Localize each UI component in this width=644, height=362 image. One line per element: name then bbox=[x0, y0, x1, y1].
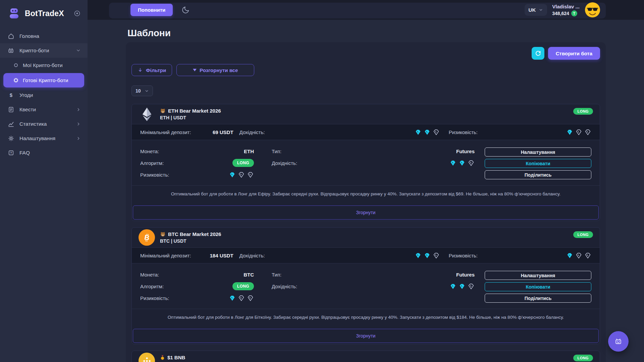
sidebar-collapse-icon[interactable] bbox=[73, 10, 81, 17]
medal-icon bbox=[160, 355, 165, 360]
triangle-down-icon bbox=[193, 69, 197, 71]
sunglasses-emoji-icon bbox=[585, 2, 600, 18]
dark-mode-moon-icon[interactable] bbox=[181, 6, 190, 14]
algorithm-badge: LONG bbox=[232, 282, 254, 290]
share-button[interactable]: Поділитись bbox=[485, 294, 591, 303]
share-button[interactable]: Поділитись bbox=[485, 170, 591, 179]
settings-button[interactable]: Налаштування bbox=[485, 271, 591, 280]
faq-document-icon: ? bbox=[7, 149, 14, 156]
user-menu[interactable]: Vladislav ... 348,624 T bbox=[552, 4, 580, 16]
language-label: UK bbox=[529, 7, 536, 13]
bot-card-btc: B bbox=[131, 227, 600, 344]
robot-icon bbox=[7, 47, 14, 54]
risk-gems bbox=[566, 252, 591, 259]
chevron-down-icon bbox=[539, 8, 543, 12]
brand-name: BotTradeX bbox=[25, 9, 69, 18]
bot-cards-list: ETH Bear Market 2026 ETH | USDT LONG Мін… bbox=[131, 104, 600, 362]
page-title: Шаблони bbox=[127, 28, 606, 39]
profit-gems bbox=[415, 252, 440, 259]
bot-pair: ETH | USDT bbox=[160, 115, 221, 120]
coin-label: Монета: bbox=[140, 272, 159, 278]
bot-assistant-fab[interactable] bbox=[608, 331, 629, 352]
sidebar-item-statistics[interactable]: Статистика bbox=[0, 117, 88, 131]
bot-card-header[interactable]: ETH Bear Market 2026 ETH | USDT LONG bbox=[132, 104, 600, 124]
sidebar-item-label: Мої Крипто-боти bbox=[23, 62, 63, 68]
gear-icon bbox=[7, 135, 14, 142]
bot-description: Оптимальний бот для роботи в Лонг для Бі… bbox=[132, 309, 600, 326]
sidebar-item-settings[interactable]: Налаштування bbox=[0, 131, 88, 145]
sidebar-item-deals[interactable]: $ Угоди bbox=[0, 88, 88, 102]
sidebar-item-label: Готові Крипто-боти bbox=[23, 77, 68, 83]
page-size-value: 10 bbox=[136, 88, 141, 94]
chevron-right-icon bbox=[76, 136, 81, 141]
copy-button[interactable]: Копіювати bbox=[485, 159, 591, 168]
bnb-icon bbox=[139, 353, 155, 362]
bot-name: BTC Bear Market 2026 bbox=[168, 231, 221, 237]
bot-details: Монета:ETH Алгоритм:LONG Ризиковість: Ти… bbox=[132, 140, 600, 185]
algo-label: Алгоритм: bbox=[140, 284, 164, 289]
collapse-button[interactable]: Згорнути bbox=[133, 329, 599, 343]
expand-all-label: Розгорнути все bbox=[200, 67, 238, 73]
chevron-down-icon bbox=[76, 48, 81, 53]
bot-card-header[interactable]: B bbox=[132, 228, 600, 247]
bullet-circle-icon bbox=[14, 78, 18, 82]
min-deposit-value: 69 USDT bbox=[193, 129, 233, 135]
arrow-down-icon bbox=[138, 67, 143, 73]
filters-label: Фільтри bbox=[146, 67, 166, 73]
bottradex-logo-robot-icon bbox=[7, 7, 21, 20]
sidebar-item-crypto-bots[interactable]: Крипто-боти bbox=[0, 43, 88, 58]
profit-label: Дохідність: bbox=[239, 129, 265, 135]
profit-label: Дохідність: bbox=[239, 253, 265, 258]
sidebar-item-quests[interactable]: Квести bbox=[0, 102, 88, 117]
main-content: Шаблони Створити бота Фільтри Розгорнути… bbox=[88, 20, 644, 362]
type-label: Тип: bbox=[272, 148, 281, 154]
sidebar-item-faq[interactable]: ? FAQ bbox=[0, 145, 88, 160]
bot-card-header[interactable]: $1 BNB BNB | USDT LONG bbox=[132, 351, 600, 362]
profit-gems bbox=[449, 160, 475, 167]
copy-button[interactable]: Копіювати bbox=[485, 282, 591, 291]
min-deposit-label: Мінімальний депозит: bbox=[140, 253, 191, 258]
avatar[interactable] bbox=[585, 2, 600, 18]
robot-icon bbox=[614, 337, 623, 346]
topbar: Поповнити UK Vladislav ... 348,624 T bbox=[88, 0, 644, 20]
expand-all-button[interactable]: Розгорнути все bbox=[176, 64, 254, 76]
sidebar-item-label: FAQ bbox=[19, 150, 30, 156]
bear-icon bbox=[160, 108, 166, 114]
bear-icon bbox=[160, 231, 166, 237]
bot-card-eth: ETH Bear Market 2026 ETH | USDT LONG Мін… bbox=[131, 104, 600, 221]
coin-label: Монета: bbox=[140, 148, 159, 154]
chevron-down-icon bbox=[145, 89, 149, 93]
profit-label: Дохідність: bbox=[272, 160, 297, 166]
page-size-select[interactable]: 10 bbox=[131, 85, 153, 96]
profit-label: Дохідність: bbox=[272, 284, 297, 289]
refresh-icon bbox=[535, 50, 541, 57]
user-name: Vladislav ... bbox=[552, 4, 580, 9]
create-bot-button[interactable]: Створити бота bbox=[548, 47, 600, 60]
bot-summary-row: Мінімальний депозит: 69 USDT Дохідність:… bbox=[132, 124, 600, 140]
long-badge: LONG bbox=[573, 355, 593, 361]
chart-icon bbox=[7, 120, 14, 127]
user-balance: 348,624 T bbox=[552, 10, 580, 16]
sidebar-item-label: Статистика bbox=[19, 121, 47, 127]
scroll-icon bbox=[7, 106, 14, 113]
bot-card-bnb: $1 BNB BNB | USDT LONG bbox=[131, 351, 600, 362]
settings-button[interactable]: Налаштування bbox=[485, 147, 591, 157]
sidebar-item-home[interactable]: Головна bbox=[0, 29, 88, 43]
language-selector[interactable]: UK bbox=[525, 4, 547, 16]
long-badge: LONG bbox=[573, 231, 593, 238]
sidebar-item-ready-crypto-bots[interactable]: Готові Крипто-боти bbox=[3, 73, 84, 87]
balance-value: 348,624 bbox=[552, 11, 569, 16]
deposit-button[interactable]: Поповнити bbox=[130, 4, 173, 16]
sidebar-item-my-crypto-bots[interactable]: Мої Крипто-боти bbox=[0, 58, 88, 73]
collapse-button[interactable]: Згорнути bbox=[133, 205, 599, 220]
coin-value: BTC bbox=[244, 272, 254, 278]
bullet-circle-icon bbox=[14, 63, 18, 67]
bot-name: ETH Bear Market 2026 bbox=[168, 108, 221, 114]
sidebar: BotTradeX Головна Крип bbox=[0, 0, 88, 362]
bot-details: Монета:BTC Алгоритм:LONG Ризиковість: Ти… bbox=[132, 263, 600, 309]
algorithm-badge: LONG bbox=[232, 159, 254, 167]
svg-text:$: $ bbox=[9, 92, 12, 98]
filters-button[interactable]: Фільтри bbox=[131, 64, 172, 76]
bot-summary-row: Мінімальний депозит: 184 USDT Дохідність… bbox=[132, 247, 600, 263]
refresh-button[interactable] bbox=[532, 47, 544, 60]
